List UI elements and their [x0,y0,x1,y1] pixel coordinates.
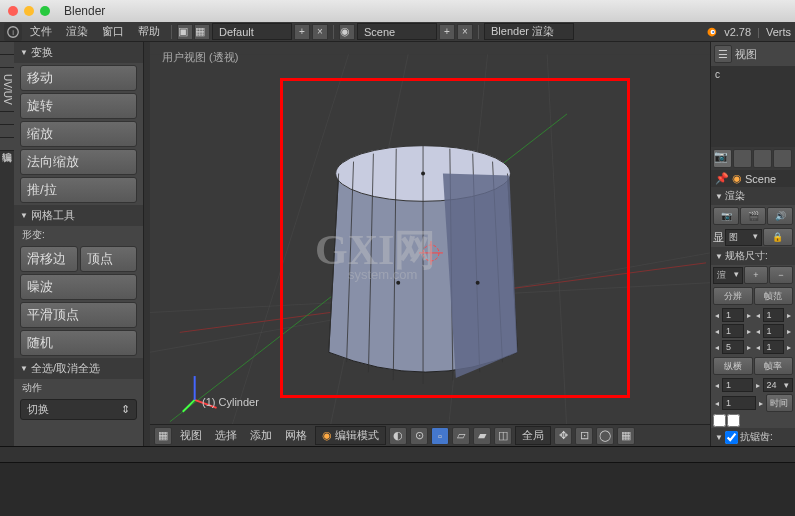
outliner-row[interactable]: c [715,69,792,80]
proportional-edit-icon[interactable]: ◯ [596,427,614,445]
resolution-x-field[interactable]: 1 [722,308,744,322]
rotate-button[interactable]: 旋转 [20,93,137,119]
normal-scale-button[interactable]: 法向缩放 [20,149,137,175]
tab-shading[interactable]: 着色 [0,112,14,125]
close-window-icon[interactable] [8,6,18,16]
timeline-ruler[interactable] [0,447,795,463]
aspect-label: 纵横 [713,357,753,375]
snap-icon[interactable]: ⊡ [575,427,593,445]
mode-dropdown[interactable]: ◉编辑模式 [315,426,386,445]
dimensions-header[interactable]: ▼规格尺寸: [711,247,795,265]
menu-help[interactable]: 帮助 [132,22,166,41]
menu-window[interactable]: 窗口 [96,22,130,41]
antialias-header[interactable]: ▼抗锯齿: [711,428,795,446]
editor-type-icon[interactable]: ▦ [154,427,172,445]
fps-field[interactable]: 24▾ [763,378,794,392]
menu-render[interactable]: 渲染 [60,22,94,41]
crop-checkbox[interactable] [727,414,740,427]
outliner-header: 视图 [735,47,757,62]
render-image-button[interactable]: 📷 [713,207,739,225]
stats-label: Verts [766,26,791,38]
scene-browse-icon[interactable]: ◉ [339,24,355,40]
world-tab-icon[interactable] [773,149,792,168]
transform-panel-header[interactable]: ▼变换 [14,42,143,63]
header-mesh-menu[interactable]: 网格 [280,428,312,443]
edge-slide-button[interactable]: 滑移边 [20,246,78,272]
resolution-pct-field[interactable]: 5 [722,340,744,354]
viewport-3d[interactable]: 用户视图 (透视) GXI网 system.com (1) Cylinder ▦… [150,42,710,446]
info-editor-icon[interactable]: i [4,23,22,41]
frame-step-field[interactable]: 1 [763,340,785,354]
scale-button[interactable]: 缩放 [20,121,137,147]
vertex-button[interactable]: 顶点 [80,246,138,272]
layout-back-forward[interactable]: ▣▦ [177,24,210,40]
smooth-vertex-button[interactable]: 平滑顶点 [20,302,137,328]
remove-preset-icon[interactable]: − [769,266,793,284]
add-preset-icon[interactable]: + [744,266,768,284]
timeline-editor[interactable] [0,446,795,516]
tab-options[interactable]: 选项 [0,125,14,138]
render-panel-header[interactable]: ▼渲染 [711,187,795,205]
timeline-track[interactable] [0,463,795,516]
scene-breadcrumb[interactable]: Scene [745,173,776,185]
noise-button[interactable]: 噪波 [20,274,137,300]
outliner-editor-icon[interactable]: ☰ [714,45,732,63]
antialias-checkbox[interactable] [725,431,738,444]
render-layers-tab-icon[interactable] [733,149,752,168]
render-audio-button[interactable]: 🔊 [767,207,793,225]
display-dropdown[interactable]: 图▾ [725,229,762,246]
translate-button[interactable]: 移动 [20,65,137,91]
edge-select-icon[interactable]: ▱ [452,427,470,445]
vertex-select-icon[interactable]: ▫ [431,427,449,445]
action-dropdown[interactable]: 切换⇕ [20,399,137,420]
outliner-area: ☰ 视图 c [710,42,795,147]
aspect-x-field[interactable]: 1 [722,378,753,392]
header-add-menu[interactable]: 添加 [245,428,277,443]
add-scene-icon[interactable]: + [439,24,455,40]
tool-shelf: ▼变换 移动 旋转 缩放 法向缩放 推/拉 ▼网格工具 形变: 滑移边 顶点 噪… [14,42,144,446]
minimize-window-icon[interactable] [24,6,34,16]
resolution-button[interactable]: 分辨 [713,287,753,305]
aspect-y-field[interactable]: 1 [722,396,756,410]
mesh-tools-header[interactable]: ▼网格工具 [14,205,143,226]
push-pull-button[interactable]: 推/拉 [20,177,137,203]
tab-create[interactable]: 摆放 [0,55,14,68]
action-label: 动作 [14,379,143,397]
svg-text:i: i [12,27,14,36]
randomize-button[interactable]: 随机 [20,330,137,356]
header-view-menu[interactable]: 视图 [175,428,207,443]
pin-icon[interactable]: 📌 [715,172,729,185]
maximize-window-icon[interactable] [40,6,50,16]
header-select-menu[interactable]: 选择 [210,428,242,443]
tab-uv[interactable]: UV/UV [0,68,14,112]
lock-icon[interactable]: 🔒 [763,228,794,246]
render-engine-dropdown[interactable]: Blender 渲染 [484,23,574,40]
scene-tab-icon[interactable] [753,149,772,168]
screen-layout-dropdown[interactable]: Default [212,23,292,40]
tab-edit[interactable]: 编辑 [0,138,14,151]
add-layout-icon[interactable]: + [294,24,310,40]
render-tab-icon[interactable]: 📷 [713,149,732,168]
select-all-panel-header[interactable]: ▼全选/取消全选 [14,358,143,379]
render-anim-button[interactable]: 🎬 [740,207,766,225]
limit-selection-icon[interactable]: ◫ [494,427,512,445]
tool-shelf-tabs: 工具 摆放 UV/UV 着色 选项 编辑 [0,42,14,446]
orientation-dropdown[interactable]: 全局 [515,426,551,445]
render-preset-dropdown[interactable]: 渲▾ [713,267,743,284]
resolution-y-field[interactable]: 1 [722,324,744,338]
scene-dropdown[interactable]: Scene [357,23,437,40]
shading-mode-icon[interactable]: ◐ [389,427,407,445]
manipulator-icon[interactable]: ✥ [554,427,572,445]
view-perspective-label: 用户视图 (透视) [162,50,238,65]
remove-scene-icon[interactable]: × [457,24,473,40]
layers-icon[interactable]: ▦ [617,427,635,445]
tab-tools[interactable]: 工具 [0,42,14,55]
frame-range-button[interactable]: 帧范 [754,287,794,305]
menu-file[interactable]: 文件 [24,22,58,41]
pivot-icon[interactable]: ⊙ [410,427,428,445]
remove-layout-icon[interactable]: × [312,24,328,40]
border-checkbox[interactable] [713,414,726,427]
frame-start-field[interactable]: 1 [763,308,785,322]
face-select-icon[interactable]: ▰ [473,427,491,445]
frame-end-field[interactable]: 1 [763,324,785,338]
